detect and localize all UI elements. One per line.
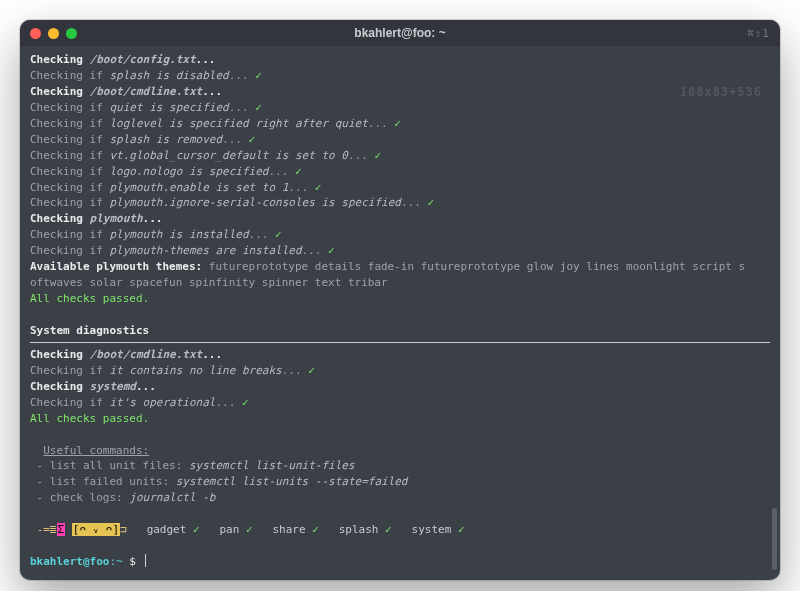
terminal-body[interactable]: 108x83+536 Checking /boot/config.txt... … bbox=[20, 46, 780, 580]
status-item: share bbox=[272, 523, 312, 536]
check-icon: ✓ bbox=[308, 364, 315, 377]
output-line: - list failed units: systemctl list-unit… bbox=[30, 474, 770, 490]
output-line: Checking if splash is removed... ✓ bbox=[30, 132, 770, 148]
zoom-icon[interactable] bbox=[66, 28, 77, 39]
check-icon: ✓ bbox=[458, 523, 465, 536]
output-line: Checking if plymouth-themes are installe… bbox=[30, 243, 770, 259]
check-icon: ✓ bbox=[312, 523, 319, 536]
output-line: Checking if splash is disabled... ✓ bbox=[30, 68, 770, 84]
status-line: -=≣Σ [ᴖ ᵥ ᴖ]⊐ gadget ✓ pan ✓ share ✓ spl… bbox=[30, 522, 770, 538]
prompt-line[interactable]: bkahlert@foo:~ $ bbox=[30, 554, 770, 570]
output-line: Checking /boot/config.txt... bbox=[30, 52, 770, 68]
status-item: gadget bbox=[147, 523, 193, 536]
output-line: oftwaves solar spacefun spinfinity spinn… bbox=[30, 275, 770, 291]
output-line: All checks passed. bbox=[30, 411, 770, 427]
output-line: Available plymouth themes: futureprototy… bbox=[30, 259, 770, 275]
check-icon: ✓ bbox=[246, 523, 253, 536]
check-icon: ✓ bbox=[249, 133, 256, 146]
output-line: Checking if plymouth.ignore-serial-conso… bbox=[30, 195, 770, 211]
check-icon: ✓ bbox=[385, 523, 392, 536]
output-line: Checking if quiet is specified... ✓ bbox=[30, 100, 770, 116]
terminal-window: bkahlert@foo: ~ ⌘⇧1 108x83+536 Checking … bbox=[20, 20, 780, 580]
check-icon: ✓ bbox=[193, 523, 200, 536]
window-title: bkahlert@foo: ~ bbox=[20, 26, 780, 40]
output-line: Checking /boot/cmdline.txt... bbox=[30, 347, 770, 363]
output-line: Checking if it contains no line breaks..… bbox=[30, 363, 770, 379]
close-icon[interactable] bbox=[30, 28, 41, 39]
divider bbox=[30, 342, 770, 343]
tab-indicator: ⌘⇧1 bbox=[747, 27, 770, 40]
prompt-user: bkahlert@foo bbox=[30, 555, 109, 568]
blank-line bbox=[30, 427, 770, 443]
output-line: All checks passed. bbox=[30, 291, 770, 307]
scrollbar-thumb[interactable] bbox=[772, 508, 777, 570]
check-icon: ✓ bbox=[255, 101, 262, 114]
output-line: Checking if loglevel is specified right … bbox=[30, 116, 770, 132]
check-icon: ✓ bbox=[255, 69, 262, 82]
output-line: Checking if plymouth is installed... ✓ bbox=[30, 227, 770, 243]
section-header: System diagnostics bbox=[30, 323, 770, 339]
output-line: Checking systemd... bbox=[30, 379, 770, 395]
output-line: Checking /boot/cmdline.txt... bbox=[30, 84, 770, 100]
output-line: Checking if it's operational... ✓ bbox=[30, 395, 770, 411]
output-line: - list all unit files: systemctl list-un… bbox=[30, 458, 770, 474]
check-icon: ✓ bbox=[394, 117, 401, 130]
titlebar: bkahlert@foo: ~ ⌘⇧1 bbox=[20, 20, 780, 46]
blank-line bbox=[30, 506, 770, 522]
output-line: - check logs: journalctl -b bbox=[30, 490, 770, 506]
prompt-symbol: $ bbox=[123, 555, 143, 568]
output-line: Checking if vt.global_cursor_default is … bbox=[30, 148, 770, 164]
status-item: pan bbox=[219, 523, 246, 536]
check-icon: ✓ bbox=[315, 181, 322, 194]
check-icon: ✓ bbox=[427, 196, 434, 209]
output-line: Useful commands: bbox=[30, 443, 770, 459]
blank-line bbox=[30, 307, 770, 323]
check-icon: ✓ bbox=[275, 228, 282, 241]
traffic-lights bbox=[30, 28, 77, 39]
prompt-path: ~ bbox=[116, 555, 123, 568]
blank-line bbox=[30, 538, 770, 554]
dimension-overlay: 108x83+536 bbox=[680, 84, 762, 101]
status-item: splash bbox=[339, 523, 385, 536]
check-icon: ✓ bbox=[328, 244, 335, 257]
check-icon: ✓ bbox=[242, 396, 249, 409]
output-line: Checking plymouth... bbox=[30, 211, 770, 227]
minimize-icon[interactable] bbox=[48, 28, 59, 39]
output-line: Checking if logo.nologo is specified... … bbox=[30, 164, 770, 180]
cursor-icon bbox=[145, 554, 146, 567]
check-icon: ✓ bbox=[374, 149, 381, 162]
check-icon: ✓ bbox=[295, 165, 302, 178]
status-item: system bbox=[412, 523, 458, 536]
output-line: Checking if plymouth.enable is set to 1.… bbox=[30, 180, 770, 196]
